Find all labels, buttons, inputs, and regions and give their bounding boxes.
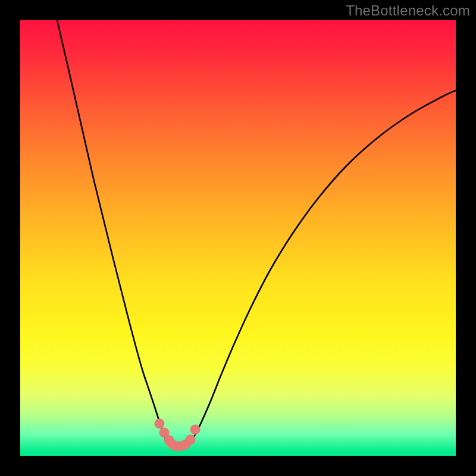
plot-area: [20, 20, 456, 456]
dot-marker: [155, 419, 165, 429]
dot-marker: [186, 435, 196, 445]
chart-frame: TheBottleneck.com: [0, 0, 476, 476]
watermark-text: TheBottleneck.com: [346, 2, 470, 19]
right-curve: [177, 90, 456, 446]
dot-marker: [190, 425, 201, 435]
left-curve: [57, 20, 177, 446]
curve-overlay: [20, 20, 456, 456]
bottom-dots: [155, 419, 201, 452]
